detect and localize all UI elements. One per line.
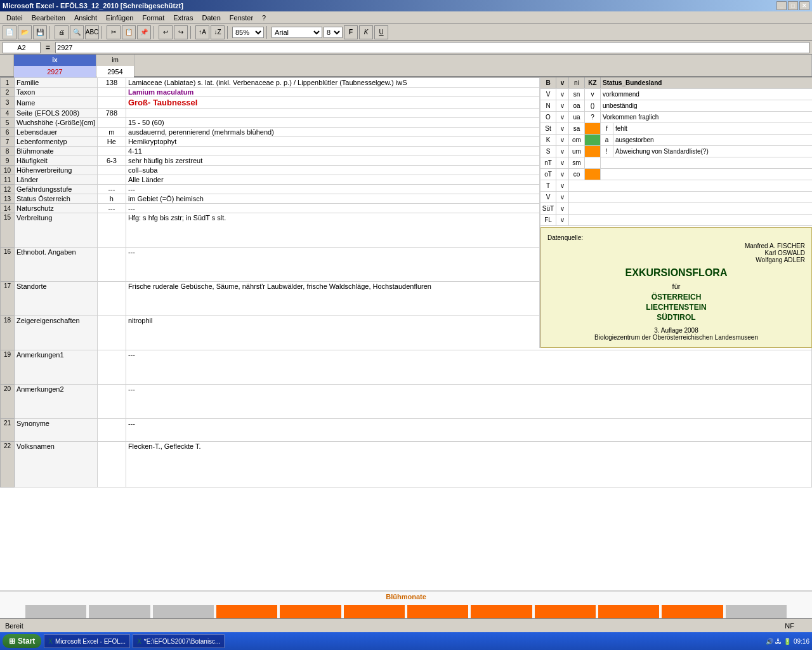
excel-icon-2: X: [137, 638, 141, 645]
number-cell[interactable]: 6-3: [97, 156, 126, 166]
label-cell[interactable]: Synonyme: [15, 419, 98, 442]
number-cell[interactable]: [97, 213, 126, 248]
number-cell[interactable]: [97, 118, 126, 128]
status-code-v: V: [540, 89, 556, 100]
col-im-value[interactable]: 2954: [96, 66, 134, 77]
font-size-select[interactable]: 8: [324, 27, 343, 38]
preview-button[interactable]: 🔍: [70, 25, 84, 39]
menu-format[interactable]: Format: [138, 13, 168, 23]
label-cell[interactable]: Anmerkungen2: [15, 385, 98, 419]
menu-einfuegen[interactable]: Einfügen: [102, 13, 137, 23]
new-button[interactable]: 📄: [3, 25, 16, 39]
status-ot-row: oT v co: [540, 169, 812, 180]
italic-button[interactable]: K: [359, 25, 373, 39]
number-cell[interactable]: ---: [97, 185, 126, 194]
copy-button[interactable]: 📋: [122, 25, 136, 39]
label-cell[interactable]: Familie: [15, 78, 98, 88]
label-cell[interactable]: Lebensdauer: [15, 128, 98, 137]
start-button[interactable]: ⊞ Start: [3, 634, 41, 648]
spell-button[interactable]: ABC: [85, 25, 99, 39]
label-cell[interactable]: Seite (EFÖLS 2008): [15, 109, 98, 118]
menu-bearbeiten[interactable]: Bearbeiten: [28, 13, 69, 23]
status-col-status: Status_Bundesland: [601, 77, 812, 88]
font-select[interactable]: Arial: [272, 27, 322, 38]
label-cell[interactable]: Taxon: [15, 88, 98, 97]
status-fl-row: FL v: [540, 215, 812, 226]
menu-fenster[interactable]: Fenster: [226, 13, 257, 23]
number-cell[interactable]: [97, 175, 126, 185]
label-cell[interactable]: Standorte: [15, 282, 98, 316]
label-cell[interactable]: Volksnamen: [15, 442, 98, 488]
number-cell[interactable]: [97, 385, 126, 419]
number-cell[interactable]: [97, 248, 126, 282]
menu-datei[interactable]: Datei: [3, 13, 27, 23]
label-cell[interactable]: Gefährdungsstufe: [15, 185, 98, 194]
sort-asc-button[interactable]: ↑A: [195, 25, 209, 39]
label-cell[interactable]: Verbreitung: [15, 213, 98, 248]
value-cell[interactable]: ---: [126, 385, 811, 419]
number-cell[interactable]: [97, 350, 126, 385]
start-label: Start: [18, 637, 35, 646]
number-cell[interactable]: 788: [97, 109, 126, 118]
number-cell[interactable]: [97, 282, 126, 316]
menu-daten[interactable]: Daten: [198, 13, 224, 23]
number-cell[interactable]: [97, 166, 126, 175]
row-number: 1: [1, 78, 15, 88]
number-cell[interactable]: ---: [97, 204, 126, 213]
value-cell[interactable]: Flecken-T., Gefleckte T.: [126, 442, 811, 488]
status-n-row: N v oa () unbeständig: [540, 100, 812, 112]
sort-desc-button[interactable]: ↓Z: [211, 25, 225, 39]
value-cell[interactable]: ---: [126, 419, 811, 442]
label-cell[interactable]: Länder: [15, 175, 98, 185]
separator-5: [227, 26, 230, 39]
redo-button[interactable]: ↪: [174, 25, 188, 39]
paste-button[interactable]: 📌: [137, 25, 151, 39]
status-v2-row: V v: [540, 192, 812, 203]
menu-extras[interactable]: Extras: [169, 13, 197, 23]
save-button[interactable]: 💾: [33, 25, 47, 39]
label-cell[interactable]: Häufigkeit: [15, 156, 98, 166]
label-cell[interactable]: Höhenverbreitung: [15, 166, 98, 175]
maximize-button[interactable]: □: [788, 1, 798, 10]
bold-button[interactable]: F: [344, 25, 358, 39]
label-cell[interactable]: Blühmonate: [15, 147, 98, 156]
label-cell[interactable]: Zeigereigenschaften: [15, 316, 98, 350]
menu-ansicht[interactable]: Ansicht: [70, 13, 101, 23]
cut-button[interactable]: ✂: [107, 25, 121, 39]
number-cell[interactable]: h: [97, 194, 126, 204]
number-cell[interactable]: [97, 419, 126, 442]
label-cell[interactable]: Naturschutz: [15, 204, 98, 213]
col-ix-value[interactable]: 2927: [14, 66, 96, 77]
open-button[interactable]: 📂: [18, 25, 32, 39]
taskbar-app-excel-1[interactable]: X Microsoft Excel - EFÖL...: [44, 634, 130, 648]
label-cell[interactable]: Name: [15, 97, 98, 109]
number-cell[interactable]: m: [97, 128, 126, 137]
number-cell[interactable]: [97, 316, 126, 350]
number-cell[interactable]: [97, 442, 126, 488]
row-number: 9: [1, 156, 15, 166]
separator-1: [49, 26, 52, 39]
taskbar-app-excel-2[interactable]: X *E:\EFÖLS2007\Botanisc...: [133, 634, 225, 648]
number-cell[interactable]: [97, 88, 126, 97]
label-cell[interactable]: Lebenformentyp: [15, 137, 98, 147]
label-cell[interactable]: Ethnobot. Angaben: [15, 248, 98, 282]
underline-button[interactable]: U: [374, 25, 388, 39]
minimize-button[interactable]: _: [776, 1, 787, 10]
row-number: 5: [1, 118, 15, 128]
label-cell[interactable]: Anmerkungen1: [15, 350, 98, 385]
print-button[interactable]: 🖨: [55, 25, 69, 39]
menu-help[interactable]: ?: [258, 13, 270, 23]
cell-reference-input[interactable]: [3, 42, 41, 53]
formula-input[interactable]: [55, 42, 809, 53]
undo-button[interactable]: ↩: [159, 25, 173, 39]
label-cell[interactable]: Status Österreich: [15, 194, 98, 204]
number-cell[interactable]: [97, 97, 126, 109]
zoom-select[interactable]: 85%: [232, 27, 264, 38]
label-cell[interactable]: Wuchshöhe (-Größe)[cm]: [15, 118, 98, 128]
close-button[interactable]: ✕: [799, 1, 809, 10]
number-cell[interactable]: [97, 147, 126, 156]
number-cell[interactable]: 138: [97, 78, 126, 88]
value-cell[interactable]: ---: [126, 350, 811, 385]
row-number: 15: [1, 213, 15, 248]
number-cell[interactable]: He: [97, 137, 126, 147]
